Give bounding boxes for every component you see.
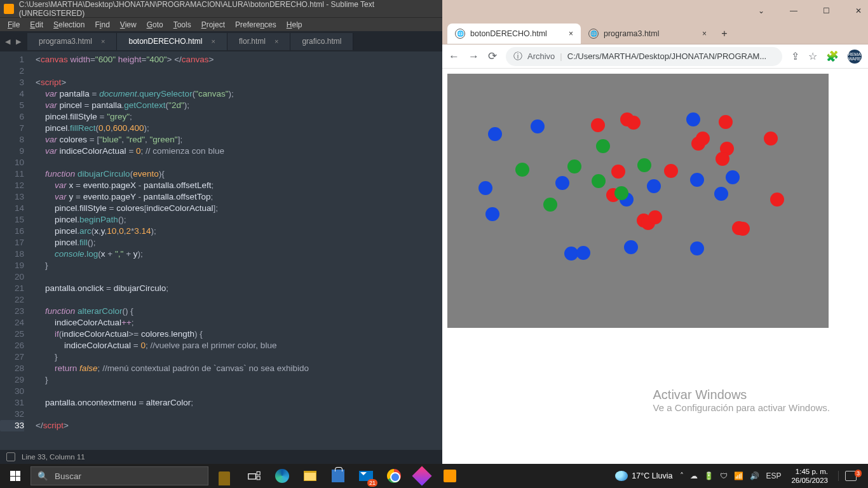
watermark-title: Activar Windows: [653, 388, 830, 402]
vscode-icon[interactable]: [408, 464, 436, 488]
extensions-icon[interactable]: 🧩: [826, 50, 839, 62]
menu-project[interactable]: Project: [196, 20, 230, 29]
tab-flor[interactable]: flor.html×: [227, 33, 290, 50]
info-icon[interactable]: ⓘ: [513, 51, 522, 62]
chrome-toolbar: ← → ⟳ ⓘ Archivo | C:/Users/MARTHA/Deskto…: [442, 44, 868, 69]
reload-button[interactable]: ⟳: [488, 50, 497, 63]
tab-botonderecho[interactable]: botonDERECHO.html×: [117, 33, 227, 50]
notifications-icon[interactable]: 3: [838, 471, 863, 481]
wifi-icon[interactable]: 📶: [734, 471, 743, 480]
statusbar-icon[interactable]: [6, 452, 15, 461]
system-tray: 17°C Lluvia ˄ ☁ 🔋 🛡 📶 🔊 ESP 1:45 p. m. 2…: [610, 467, 868, 485]
sublime-menubar[interactable]: File Edit Selection Find View Goto Tools…: [0, 17, 442, 31]
chrome-window: ⌄ — ☐ ✕ 🌐 botonDERECHO.html × 🌐 programa…: [442, 0, 868, 464]
svg-rect-1: [257, 471, 260, 475]
tray-chevron-icon[interactable]: ˄: [680, 471, 684, 480]
sublime-titlebar: C:\Users\MARTHA\Desktop\JHONATAN\PROGRAM…: [0, 0, 442, 17]
windows-watermark: Activar Windows Ve a Configuración para …: [653, 388, 830, 413]
chrome-tabbar: 🌐 botonDERECHO.html × 🌐 programa3.html ×…: [442, 22, 868, 44]
weather-icon: [615, 471, 628, 481]
close-icon[interactable]: ✕: [855, 6, 862, 15]
close-icon[interactable]: ×: [569, 29, 573, 38]
taskbar-clock[interactable]: 1:45 p. m. 26/05/2023: [789, 467, 831, 485]
address-bar[interactable]: ⓘ Archivo | C:/Users/MARTHA/Desktop/JHON…: [506, 47, 782, 66]
menu-goto[interactable]: Goto: [142, 20, 168, 29]
notif-badge: 3: [855, 470, 862, 477]
sublime-tabbar: ◀▶ programa3.html× botonDERECHO.html× fl…: [0, 31, 442, 51]
menu-view[interactable]: View: [115, 20, 142, 29]
taskbar: 🔍 Buscar 21 17°C Lluvia ˄ ☁ 🔋 🛡 📶 🔊 ESP …: [0, 464, 868, 488]
battery-icon[interactable]: 🔋: [704, 471, 714, 480]
menu-tools[interactable]: Tools: [168, 20, 196, 29]
minimize-icon[interactable]: —: [790, 6, 797, 15]
sublime-taskbar-icon[interactable]: [436, 464, 464, 488]
globe-icon: 🌐: [455, 29, 465, 39]
line-gutter: 1234567891011121314151617181920212223242…: [0, 51, 31, 450]
window-controls: ⌄ — ☐ ✕: [442, 0, 868, 22]
tab-label: programa3.html: [604, 29, 660, 38]
store-icon[interactable]: [324, 464, 352, 488]
mail-icon[interactable]: 21: [352, 464, 380, 488]
menu-edit[interactable]: Edit: [25, 20, 48, 29]
search-placeholder: Buscar: [55, 471, 81, 481]
svg-rect-2: [257, 477, 260, 480]
addr-prefix: Archivo: [527, 51, 555, 61]
extension-badge[interactable]: REMAWARE: [848, 50, 862, 64]
language-indicator[interactable]: ESP: [766, 471, 781, 480]
share-icon[interactable]: ⇪: [791, 50, 799, 62]
tab-programa3[interactable]: programa3.html×: [27, 33, 117, 50]
menu-find[interactable]: Find: [90, 20, 114, 29]
volume-icon[interactable]: 🔊: [750, 471, 759, 480]
weather-text: 17°C Lluvia: [632, 471, 672, 480]
chevron-down-icon[interactable]: ⌄: [758, 6, 764, 15]
cortana-icon[interactable]: [214, 465, 235, 487]
code-area[interactable]: 1234567891011121314151617181920212223242…: [0, 51, 442, 450]
explorer-icon[interactable]: [296, 464, 324, 488]
start-button[interactable]: [0, 464, 31, 488]
close-icon[interactable]: ×: [702, 29, 707, 38]
sublime-title: C:\Users\MARTHA\Desktop\JHONATAN\PROGRAM…: [19, 0, 438, 18]
taskbar-search[interactable]: 🔍 Buscar: [31, 466, 208, 485]
weather-widget[interactable]: 17°C Lluvia: [615, 471, 672, 481]
canvas[interactable]: [447, 74, 829, 328]
clock-date: 26/05/2023: [791, 476, 828, 485]
chrome-tab-botonderecho[interactable]: 🌐 botonDERECHO.html ×: [447, 24, 581, 44]
menu-preferences[interactable]: Preferences: [230, 20, 281, 29]
tab-grafico[interactable]: grafico.html: [290, 33, 353, 50]
new-tab-button[interactable]: +: [717, 26, 732, 41]
cursor-position: Line 33, Column 11: [22, 453, 85, 461]
globe-icon: 🌐: [588, 29, 599, 39]
search-icon: 🔍: [37, 471, 48, 481]
mail-badge: 21: [367, 479, 377, 487]
menu-file[interactable]: File: [3, 20, 25, 29]
edge-icon[interactable]: [268, 464, 296, 488]
maximize-icon[interactable]: ☐: [823, 6, 830, 15]
sublime-statusbar: Line 33, Column 11: [0, 450, 442, 464]
source-code[interactable]: <canvas width="600" height="400"> </canv…: [31, 51, 442, 450]
close-icon[interactable]: ×: [275, 37, 278, 45]
tab-nav-arrows[interactable]: ◀▶: [3, 36, 24, 47]
watermark-subtitle: Ve a Configuración para activar Windows.: [653, 402, 830, 413]
star-icon[interactable]: ☆: [808, 50, 817, 62]
chrome-tab-programa3[interactable]: 🌐 programa3.html ×: [581, 24, 714, 44]
clock-time: 1:45 p. m.: [791, 467, 828, 476]
forward-button[interactable]: →: [468, 50, 479, 63]
sublime-window: C:\Users\MARTHA\Desktop\JHONATAN\PROGRAM…: [0, 0, 442, 464]
task-view-icon[interactable]: [240, 464, 268, 488]
security-icon[interactable]: 🛡: [720, 471, 728, 480]
menu-help[interactable]: Help: [281, 20, 308, 29]
page-content: [442, 69, 868, 333]
close-icon[interactable]: ×: [101, 37, 105, 45]
chrome-icon[interactable]: [380, 464, 408, 488]
back-button[interactable]: ←: [449, 50, 459, 63]
addr-url: C:/Users/MARTHA/Desktop/JHONATAN/PROGRAM…: [567, 51, 767, 61]
menu-selection[interactable]: Selection: [48, 20, 90, 29]
svg-rect-0: [248, 474, 256, 479]
sublime-icon: [4, 4, 14, 14]
tab-label: botonDERECHO.html: [470, 29, 547, 38]
close-icon[interactable]: ×: [212, 37, 215, 45]
onedrive-icon[interactable]: ☁: [690, 471, 698, 480]
